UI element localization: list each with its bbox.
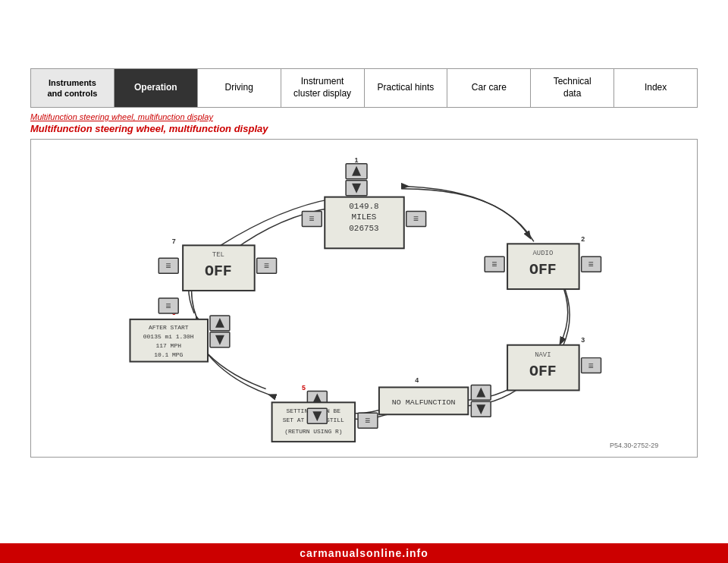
- svg-text:00135 mi  1.30H: 00135 mi 1.30H: [143, 333, 194, 340]
- svg-text:2: 2: [581, 235, 585, 243]
- svg-text:≡: ≡: [166, 260, 171, 271]
- svg-text:≡: ≡: [588, 360, 594, 371]
- svg-text:≡: ≡: [413, 213, 419, 224]
- svg-text:OFF: OFF: [529, 363, 557, 380]
- breadcrumb-area: Multifunction steering wheel, multifunct…: [30, 112, 698, 134]
- breadcrumb-line2: Multifunction steering wheel, multifunct…: [30, 123, 698, 134]
- svg-text:TEL: TEL: [212, 251, 224, 259]
- nav-index[interactable]: Index: [614, 69, 697, 107]
- svg-text:OFF: OFF: [529, 261, 557, 278]
- svg-text:≡: ≡: [309, 213, 315, 224]
- nav-technical-data[interactable]: Technical data: [531, 69, 614, 107]
- svg-text:AFTER START: AFTER START: [149, 324, 189, 331]
- nav-practical-hints[interactable]: Practical hints: [365, 69, 448, 107]
- svg-text:≡: ≡: [264, 260, 269, 271]
- svg-text:7: 7: [172, 237, 176, 245]
- svg-text:≡: ≡: [166, 300, 171, 311]
- nav-instruments[interactable]: Instruments and controls: [31, 69, 115, 107]
- svg-text:10.1 MPG: 10.1 MPG: [154, 351, 183, 358]
- svg-text:P54.30-2752-29: P54.30-2752-29: [610, 442, 658, 449]
- svg-text:0149.8: 0149.8: [349, 202, 378, 211]
- nav-car-care[interactable]: Car care: [447, 69, 531, 107]
- diagram-svg: 1 0149.8 MILES 026753 ≡ ≡ 2 AUDIO OFF ≡ …: [31, 140, 697, 457]
- svg-text:≡: ≡: [588, 259, 594, 269]
- nav-instrument-cluster[interactable]: Instrument cluster display: [281, 69, 365, 107]
- svg-text:MILES: MILES: [352, 212, 377, 222]
- svg-text:026753: 026753: [349, 224, 378, 233]
- svg-text:(RETURN USING R): (RETURN USING R): [284, 428, 342, 435]
- svg-text:117 MPH: 117 MPH: [156, 342, 182, 349]
- brand-footer: carmanualsonline.info: [0, 543, 728, 563]
- svg-text:OFF: OFF: [205, 263, 232, 280]
- svg-text:≡: ≡: [492, 259, 497, 269]
- svg-text:NAVI: NAVI: [535, 351, 551, 359]
- navigation-bar: Instruments and controls Operation Drivi…: [30, 68, 698, 108]
- svg-text:≡: ≡: [365, 415, 370, 426]
- breadcrumb-line1: Multifunction steering wheel, multifunct…: [30, 112, 698, 121]
- svg-text:NO MALFUNCTION: NO MALFUNCTION: [392, 398, 456, 407]
- svg-text:1: 1: [355, 156, 359, 164]
- svg-text:AUDIO: AUDIO: [532, 250, 553, 257]
- nav-driving[interactable]: Driving: [198, 69, 281, 107]
- diagram-container: 1 0149.8 MILES 026753 ≡ ≡ 2 AUDIO OFF ≡ …: [30, 139, 698, 458]
- svg-text:3: 3: [581, 336, 585, 344]
- svg-text:5: 5: [302, 384, 306, 392]
- nav-operation[interactable]: Operation: [115, 69, 198, 107]
- svg-text:4: 4: [415, 376, 419, 384]
